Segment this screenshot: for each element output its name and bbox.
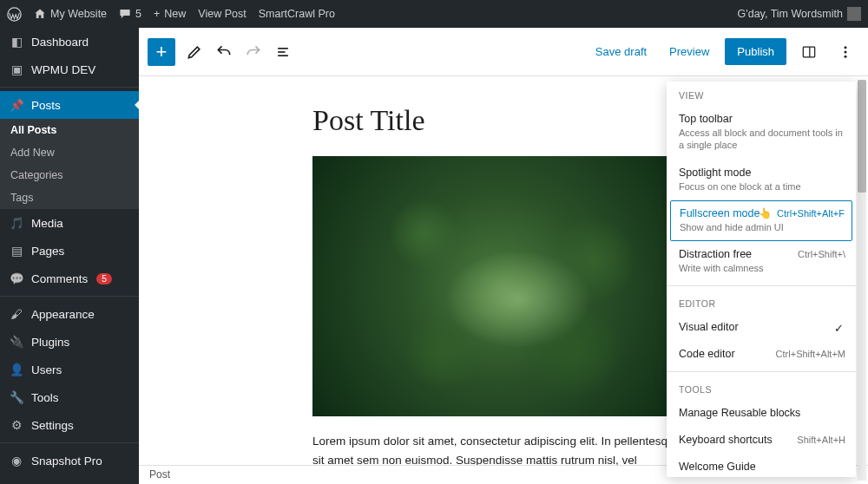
sidebar-item-media[interactable]: 🎵Media (0, 209, 139, 237)
comment-icon (119, 8, 131, 20)
site-name[interactable]: My Website (34, 8, 107, 20)
option-reusable-blocks[interactable]: Manage Reusable blocks (667, 400, 856, 427)
svg-point-8 (845, 55, 847, 57)
sidebar-subitem-tags[interactable]: Tags (0, 186, 139, 209)
post-title[interactable]: Post Title (312, 104, 694, 137)
list-view-button[interactable] (273, 42, 293, 62)
scrollbar[interactable] (858, 80, 866, 481)
comments-count-badge: 5 (96, 273, 112, 285)
sidebar-item-pages[interactable]: ▤Pages (0, 237, 139, 265)
publish-button[interactable]: Publish (725, 38, 786, 65)
wordpress-logo-icon[interactable] (7, 7, 22, 22)
option-welcome-guide[interactable]: Welcome Guide (667, 454, 856, 481)
edit-mode-button[interactable] (184, 42, 205, 62)
new-link[interactable]: +New (154, 8, 186, 20)
option-fullscreen-mode[interactable]: Fullscreen mode Show and hide admin UI C… (670, 200, 852, 241)
undo-icon (215, 43, 233, 61)
sidebar-item-branda[interactable]: ◑Branda Pro (0, 474, 139, 484)
editor-group-label: EDITOR (667, 290, 856, 314)
sidebar-item-tools[interactable]: 🔧Tools (0, 383, 139, 411)
svg-rect-2 (278, 51, 285, 53)
svg-rect-4 (803, 47, 814, 57)
svg-rect-1 (278, 48, 288, 49)
sidebar-item-posts[interactable]: 📌Posts (0, 91, 139, 119)
save-draft-button[interactable]: Save draft (589, 40, 654, 63)
sidebar-item-plugins[interactable]: 🔌Plugins (0, 328, 139, 356)
tools-icon: 🔧 (9, 389, 24, 405)
sidebar-item-wpmudev[interactable]: ▣WPMU DEV (0, 56, 139, 83)
post-body-text[interactable]: Lorem ipsum dolor sit amet, consectetur … (312, 432, 694, 465)
more-vertical-icon (838, 44, 853, 60)
pages-icon: ▤ (9, 243, 24, 258)
sidebar-item-comments[interactable]: 💬Comments5 (0, 265, 139, 292)
option-distraction-free[interactable]: Distraction free Write with calmness Ctr… (667, 241, 856, 282)
smartcrawl-link[interactable]: SmartCrawl Pro (259, 8, 335, 20)
wpmudev-icon: ▣ (9, 62, 24, 77)
settings-panel-button[interactable] (795, 38, 823, 66)
tools-group-label: TOOLS (667, 376, 856, 400)
undo-button[interactable] (214, 42, 234, 62)
scrollbar-thumb[interactable] (858, 80, 866, 193)
appearance-icon: 🖌 (9, 306, 24, 322)
view-group-label: VIEW (667, 82, 856, 106)
redo-icon (245, 43, 262, 61)
check-icon: ✓ (834, 322, 844, 335)
plugins-icon: 🔌 (9, 334, 24, 350)
featured-image[interactable] (312, 156, 686, 416)
preview-button[interactable]: Preview (662, 40, 716, 63)
option-keyboard-shortcuts[interactable]: Keyboard shortcuts Shift+Alt+H (667, 427, 856, 454)
cursor-icon: 👆 (759, 207, 772, 219)
option-copy-all-blocks[interactable]: Copy all blocks (667, 481, 856, 484)
add-block-button[interactable]: + (148, 38, 175, 66)
sidebar-item-dashboard[interactable]: ◧Dashboard (0, 28, 139, 56)
comments-icon: 💬 (9, 271, 24, 286)
sidebar-icon (800, 43, 818, 61)
plus-icon: + (156, 41, 168, 63)
sidebar-item-snapshot[interactable]: ◉Snapshot Pro (0, 447, 139, 474)
posts-submenu: All Posts Add New Categories Tags (0, 119, 139, 209)
svg-point-7 (845, 50, 847, 53)
sidebar-item-settings[interactable]: ⚙Settings (0, 411, 139, 439)
option-visual-editor[interactable]: Visual editor ✓ (667, 314, 856, 341)
sidebar-subitem-categories[interactable]: Categories (0, 164, 139, 186)
sidebar-subitem-add-new[interactable]: Add New (0, 141, 139, 164)
media-icon: 🎵 (9, 215, 24, 231)
comments-link[interactable]: 5 (119, 8, 141, 20)
sidebar-item-users[interactable]: 👤Users (0, 356, 139, 383)
editor-header: + Save draft Preview Publish (139, 28, 868, 76)
options-dropdown-menu: VIEW Top toolbar Access all block and do… (667, 82, 856, 477)
option-top-toolbar[interactable]: Top toolbar Access all block and documen… (667, 106, 856, 160)
options-menu-button[interactable] (832, 38, 859, 66)
avatar (847, 7, 861, 21)
users-icon: 👤 (9, 362, 24, 377)
option-spotlight-mode[interactable]: Spotlight mode Focus on one block at a t… (667, 160, 856, 200)
sidebar-item-appearance[interactable]: 🖌Appearance (0, 300, 139, 328)
dashboard-icon: ◧ (9, 34, 24, 49)
pencil-icon (186, 43, 203, 61)
sidebar-subitem-all-posts[interactable]: All Posts (0, 119, 139, 141)
pin-icon: 📌 (9, 97, 24, 113)
editor-content: + Save draft Preview Publish Post Title … (139, 28, 868, 484)
home-icon (34, 8, 46, 20)
snapshot-icon: ◉ (9, 453, 24, 468)
plus-icon: + (154, 8, 160, 20)
view-post-link[interactable]: View Post (198, 8, 246, 20)
admin-bar: My Website 5 +New View Post SmartCrawl P… (0, 0, 868, 28)
list-icon (274, 43, 292, 61)
svg-rect-3 (278, 55, 288, 56)
svg-point-6 (845, 46, 847, 49)
account-greeting[interactable]: G'day, Tim Wordsmith (738, 7, 861, 21)
admin-sidebar: ◧Dashboard ▣WPMU DEV 📌Posts All Posts Ad… (0, 28, 139, 484)
option-code-editor[interactable]: Code editor Ctrl+Shift+Alt+M (667, 341, 856, 368)
settings-icon: ⚙ (9, 417, 24, 433)
branda-icon: ◑ (9, 481, 24, 484)
redo-button[interactable] (243, 42, 264, 62)
